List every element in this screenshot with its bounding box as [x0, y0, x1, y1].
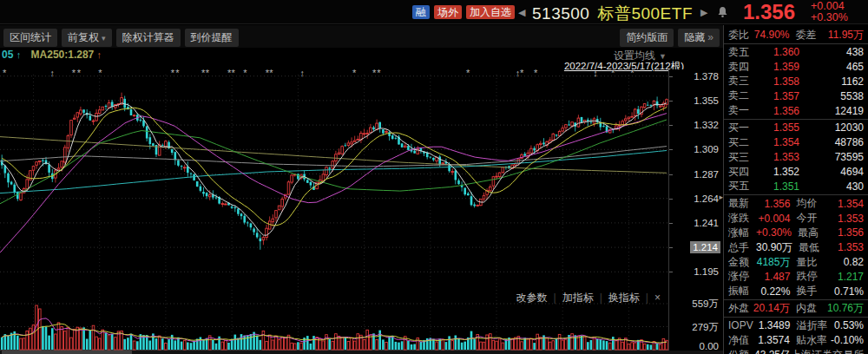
- period-low-price-label: 1.214: [690, 241, 720, 253]
- menu-item-3[interactable]: 到价提醒: [185, 29, 239, 47]
- margin-badge[interactable]: 融: [412, 5, 430, 19]
- quote-panel: 委比74.90%委差11.95万卖五1.360438卖四1.359465卖三1.…: [723, 25, 868, 354]
- price-axis[interactable]: 1.3781.3551.3321.3091.2871.2641.2411.214…: [668, 69, 723, 354]
- stat-value: 43.25亿: [754, 348, 791, 354]
- indicator-tool-0[interactable]: 改参数: [516, 292, 548, 304]
- bid-row-2[interactable]: 买二1.35448786: [724, 135, 868, 150]
- price-axis-label: 1.195: [694, 266, 719, 278]
- stock-app-window: 融 场外 加入自选 ◀ 513500标普500ETF ▶ 1.356 +0.00…: [0, 0, 868, 354]
- stat-label: 均价: [796, 196, 831, 211]
- order-level-label: 卖二: [728, 88, 756, 103]
- next-stock-icon[interactable]: ▶: [700, 7, 707, 18]
- bid-row-3[interactable]: 买三1.35373595: [724, 150, 868, 165]
- bid-row-4[interactable]: 买四1.3524694: [724, 165, 868, 180]
- ask-row-2[interactable]: 卖二1.3575538: [724, 88, 868, 103]
- divider: [724, 194, 868, 195]
- bid-row-1[interactable]: 买一1.35512030: [724, 121, 868, 135]
- stat-row-1: 涨跌+0.004今开1.353: [724, 211, 868, 226]
- menu-right-item-1[interactable]: 隐藏»: [678, 29, 720, 47]
- stat-label: 溢折率: [796, 318, 831, 333]
- order-level-label: 卖一: [728, 103, 756, 118]
- price-alert-bell-icon[interactable]: [717, 6, 728, 18]
- close-indicator-icon[interactable]: ×: [654, 292, 661, 304]
- top-header-bar: 融 场外 加入自选 ◀ 513500标普500ETF ▶ 1.356 +0.00…: [0, 0, 868, 24]
- stat-value: 4185万: [756, 255, 790, 270]
- axis-tick: [669, 272, 673, 272]
- stat-label: 最高: [798, 226, 832, 240]
- stat-value: 30.90万: [756, 240, 792, 255]
- ask-row-4[interactable]: 卖四1.359465: [724, 60, 868, 75]
- ask-row-3[interactable]: 卖三1.3581162: [724, 75, 868, 89]
- order-level-label: 买四: [728, 165, 756, 180]
- volume-axis-label: 559万: [692, 298, 719, 310]
- order-price: 1.353: [756, 151, 799, 163]
- stat-value: 1.487: [756, 271, 790, 283]
- stat-value: +0.004: [756, 213, 790, 225]
- order-price: 1.356: [756, 105, 799, 117]
- prev-stock-icon[interactable]: ◀: [518, 7, 525, 18]
- horizontal-scrollbar[interactable]: [0, 351, 723, 354]
- order-volume: 4694: [799, 166, 864, 178]
- price-axis-label: 1.378: [694, 70, 719, 82]
- otc-badge[interactable]: 场外: [434, 5, 462, 19]
- weibi-value: 74.90%: [754, 29, 790, 41]
- divider: [724, 119, 868, 120]
- kline-chart-canvas[interactable]: [0, 69, 668, 352]
- order-price: 1.351: [756, 180, 799, 193]
- menu-left-group: 区间统计前复权▾除权计算器到价提醒: [0, 29, 240, 43]
- order-level-label: 卖三: [728, 74, 756, 88]
- price-change-percent: +0.30%: [811, 11, 848, 23]
- axis-tick: [669, 247, 673, 248]
- stock-code: 513500: [532, 4, 589, 23]
- menu-item-2[interactable]: 除权计算器: [116, 29, 181, 47]
- ask-row-5[interactable]: 卖五1.360438: [724, 45, 868, 60]
- menu-item-1[interactable]: 前复权▾: [62, 29, 112, 47]
- stat-row-9: 净值1.3574贴水率-0.10%: [724, 333, 868, 348]
- order-volume: 48786: [799, 136, 864, 148]
- chevron-down-icon: ▾: [102, 34, 106, 43]
- stat-label: 净值: [728, 333, 756, 348]
- stat-value: 1.356: [832, 226, 864, 239]
- scrollbar-handle[interactable]: [2, 351, 132, 354]
- menu-item-0[interactable]: 区间统计: [3, 29, 57, 47]
- stat-label: 今开: [796, 211, 831, 226]
- ma250-up-arrow-icon: ↑: [97, 49, 102, 60]
- stat-value: 1.217: [831, 271, 864, 283]
- stat-row-4: 金额4185万量比0.82: [724, 255, 868, 270]
- order-level-label: 卖四: [728, 60, 756, 75]
- menu-right-item-0[interactable]: 简约版面: [620, 29, 674, 47]
- stat-label: 换手: [796, 284, 831, 298]
- order-level-label: 买三: [728, 150, 756, 165]
- last-price: 1.356: [743, 0, 795, 24]
- stat-value: 1.3574: [756, 334, 790, 346]
- exchange-name: 上海证券交易所: [791, 348, 864, 354]
- stat-row-7: 外盘20.14万内盘10.76万: [724, 301, 868, 316]
- price-axis-label: 1.241: [694, 217, 719, 229]
- stat-value: 1.353: [833, 241, 864, 253]
- ask-row-1[interactable]: 卖一1.35612419: [724, 103, 868, 118]
- stat-label: 最低: [799, 240, 833, 255]
- divider: [724, 299, 868, 300]
- bid-row-5[interactable]: 买五1.351430: [724, 179, 868, 193]
- toolbar-menu: 区间统计前复权▾除权计算器到价提醒 简约版面隐藏»: [0, 25, 723, 48]
- stat-label: 跌停: [796, 269, 831, 284]
- order-volume: 430: [799, 180, 864, 193]
- indicator-tool-2[interactable]: 换指标: [608, 292, 640, 304]
- stat-value: 0.82: [831, 256, 864, 268]
- more-arrows-icon: »: [707, 31, 713, 43]
- stat-row-0: 最新1.356均价1.354: [724, 196, 868, 211]
- price-axis-label: 1.264: [694, 193, 719, 205]
- price-axis-label: 1.287: [694, 168, 719, 180]
- axis-tick: [669, 76, 673, 77]
- stat-label: 外盘: [728, 301, 753, 316]
- stat-value: 1.354: [831, 198, 864, 210]
- stat-label: 内盘: [796, 301, 827, 316]
- ma-up-arrow-icon: ↑: [16, 49, 22, 60]
- stat-label: 振幅: [728, 284, 756, 298]
- stat-value: 10.76万: [827, 301, 864, 316]
- order-price: 1.359: [756, 61, 799, 73]
- stat-label: 涨跌: [728, 211, 756, 226]
- indicator-tool-1[interactable]: 加指标: [562, 292, 594, 304]
- add-watchlist-button[interactable]: 加入自选: [466, 5, 515, 19]
- stat-label: 涨停: [728, 269, 756, 284]
